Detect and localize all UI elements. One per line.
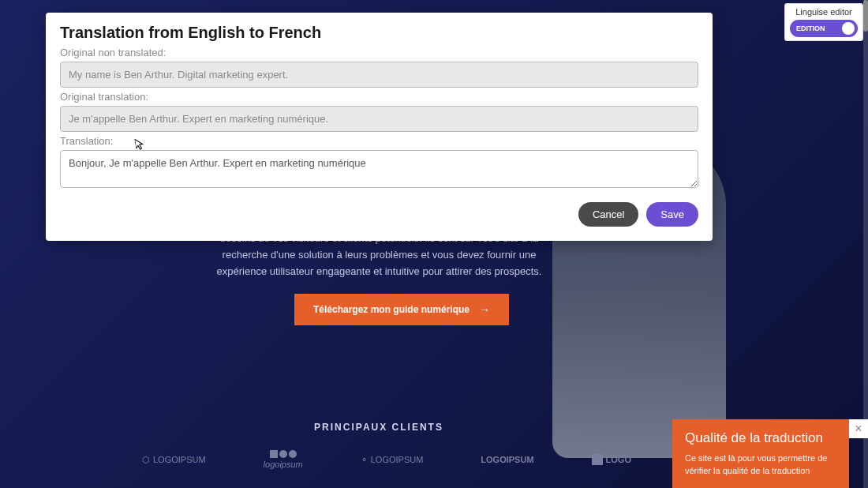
scrollbar-thumb[interactable] <box>863 0 868 32</box>
logo-bulb-icon: ⚬ <box>361 455 368 465</box>
editor-panel-title: Linguise editor <box>790 7 858 17</box>
original-translation-label: Original translation: <box>60 91 698 103</box>
client-logo-3: ⚬ LOGOIPSUM <box>361 455 424 465</box>
logo-dots-icon <box>270 450 297 458</box>
cta-button-label: Téléchargez mon guide numérique <box>313 304 470 315</box>
client-logos-row: ⬡ LOGOIPSUM logoipsum ⚬ LOGOIPSUM LOGOIP… <box>142 450 631 469</box>
arrow-right-icon: → <box>479 303 490 316</box>
original-label: Original non translated: <box>60 47 698 58</box>
toggle-knob <box>842 22 855 35</box>
quality-popup: × Qualité de la traduction Ce site est l… <box>672 419 849 488</box>
client-logo-1: ⬡ LOGOIPSUM <box>142 455 206 465</box>
toggle-label: EDITION <box>793 24 825 32</box>
scrollbar[interactable] <box>863 0 868 488</box>
client-logo-2: logoipsum <box>264 450 303 469</box>
client-logo-4: LOGOIPSUM <box>481 455 533 464</box>
quality-popup-title: Qualité de la traduction <box>685 430 836 446</box>
client-logo-5: LOGO <box>592 454 631 465</box>
edition-toggle[interactable]: EDITION <box>790 20 858 37</box>
editor-panel: Linguise editor EDITION <box>784 3 863 41</box>
modal-title: Translation from English to French <box>60 24 698 42</box>
download-guide-button[interactable]: Téléchargez mon guide numérique → <box>294 294 509 325</box>
logo-square-icon <box>592 454 603 465</box>
quality-popup-text: Ce site est là pour vous permettre de vé… <box>685 452 836 477</box>
close-icon: × <box>855 422 862 436</box>
translation-label: Translation: <box>60 135 698 147</box>
save-button[interactable]: Save <box>646 202 698 227</box>
logo-hexagon-icon: ⬡ <box>142 455 150 465</box>
original-translation-input <box>60 106 698 132</box>
translation-modal: Translation from English to French Origi… <box>46 13 713 241</box>
clients-heading: PRINCIPAUX CLIENTS <box>0 422 758 433</box>
translation-input[interactable]: Bonjour, Je m'appelle Ben Arthur. Expert… <box>60 150 698 188</box>
cancel-button[interactable]: Cancel <box>578 202 638 227</box>
modal-actions: Cancel Save <box>60 202 698 227</box>
close-popup-button[interactable]: × <box>849 419 868 438</box>
original-input <box>60 62 698 88</box>
